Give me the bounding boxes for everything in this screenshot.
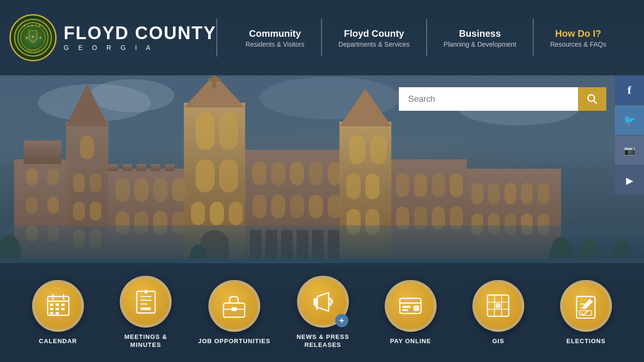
svg-rect-37 (212, 74, 216, 89)
search-input[interactable] (399, 87, 578, 111)
svg-rect-22 (116, 178, 130, 202)
pay-label: PAY ONLINE (390, 337, 431, 346)
svg-rect-32 (137, 164, 146, 171)
svg-rect-7 (47, 169, 59, 185)
svg-rect-56 (290, 162, 304, 185)
svg-line-109 (594, 100, 596, 103)
news-label: NEWS & PRESSRELEASES (297, 333, 349, 349)
svg-rect-115 (56, 304, 59, 306)
gis-icon-circle (472, 280, 524, 332)
svg-rect-34 (165, 164, 174, 171)
jobs-label: JOB OPPORTUNITIES (198, 337, 271, 346)
svg-rect-74 (414, 173, 427, 197)
svg-rect-84 (504, 183, 516, 204)
news-link[interactable]: + NEWS & PRESSRELEASES (288, 276, 358, 349)
svg-rect-60 (271, 195, 285, 218)
svg-rect-39 (196, 112, 215, 150)
elections-link[interactable]: ELECTIONS (551, 280, 621, 346)
nav-howdoi-sub: Resources & FAQs (550, 41, 606, 48)
nav-item-community[interactable]: Community Residents & Visitors (229, 28, 321, 48)
svg-rect-75 (432, 173, 445, 197)
calendar-label: CALENDAR (39, 337, 77, 346)
calendar-link[interactable]: CALENDAR (23, 280, 93, 346)
svg-rect-6 (26, 169, 38, 185)
plus-badge: + (335, 314, 348, 327)
search-icon (587, 94, 597, 104)
svg-rect-45 (229, 202, 243, 225)
facebook-button[interactable]: f (615, 75, 644, 105)
pay-link[interactable]: PAY ONLINE (375, 280, 446, 346)
meetings-link[interactable]: MEETINGS &MINUTES (110, 276, 181, 349)
svg-rect-9 (47, 197, 59, 214)
svg-rect-59 (252, 195, 266, 218)
twitter-icon: 🐦 (624, 115, 636, 126)
svg-rect-31 (123, 164, 132, 171)
nav-floyd-title: Floyd County (339, 28, 410, 39)
svg-rect-136 (413, 305, 419, 311)
svg-text:FLOYD: FLOYD (24, 24, 42, 27)
svg-rect-15 (73, 173, 85, 192)
svg-rect-54 (252, 162, 266, 185)
gis-icon (485, 293, 511, 319)
svg-text:★: ★ (25, 36, 29, 40)
nav-item-floyd[interactable]: Floyd County Departments & Services (322, 28, 426, 48)
svg-rect-69 (365, 173, 380, 199)
nav-item-business[interactable]: Business Planning & Development (427, 28, 533, 48)
news-icon (310, 289, 336, 315)
logo-area: FLOYD COUNTY ⚜ ★ ★ FLOYD COUNTY G E O R … (9, 14, 216, 61)
svg-rect-85 (521, 183, 533, 204)
social-sidebar: f 🐦 📷 ▶ (615, 75, 644, 195)
svg-rect-43 (191, 202, 205, 225)
pay-icon-circle (385, 280, 437, 332)
site-header: FLOYD COUNTY ⚜ ★ ★ FLOYD COUNTY G E O R … (0, 0, 644, 75)
search-button[interactable] (578, 87, 606, 111)
main-nav: Community Residents & Visitors Floyd Cou… (217, 0, 635, 75)
svg-rect-127 (145, 290, 147, 294)
twitter-button[interactable]: 🐦 (615, 106, 644, 135)
svg-rect-120 (50, 312, 53, 314)
meetings-icon (133, 289, 159, 315)
svg-rect-57 (309, 162, 323, 185)
svg-rect-14 (80, 136, 94, 159)
nav-business-sub: Planning & Development (444, 41, 516, 48)
county-text: FLOYD COUNTY G E O R G I A (64, 24, 216, 51)
svg-rect-61 (290, 195, 304, 218)
nav-community-sub: Residents & Visitors (246, 41, 305, 48)
svg-rect-130 (231, 307, 237, 311)
svg-rect-67 (370, 136, 387, 164)
county-subtitle: G E O R G I A (64, 44, 216, 51)
svg-rect-66 (349, 136, 365, 164)
svg-rect-135 (402, 309, 408, 311)
svg-rect-40 (219, 112, 238, 150)
svg-rect-42 (219, 159, 238, 192)
svg-text:★: ★ (39, 36, 42, 40)
gis-label: GIS (492, 337, 504, 346)
svg-rect-114 (50, 304, 53, 306)
jobs-link[interactable]: JOB OPPORTUNITIES (198, 280, 271, 346)
svg-text:⚜: ⚜ (31, 35, 35, 39)
jobs-icon-circle (208, 280, 260, 332)
svg-rect-119 (61, 308, 65, 310)
county-seal[interactable]: FLOYD COUNTY ⚜ ★ ★ (9, 14, 57, 61)
calendar-icon-circle (32, 280, 84, 332)
meetings-icon-circle (120, 276, 172, 328)
youtube-button[interactable]: ▶ (615, 166, 644, 195)
instagram-icon: 📷 (624, 145, 636, 156)
svg-rect-83 (488, 183, 500, 204)
svg-rect-44 (210, 202, 224, 225)
svg-rect-121 (56, 312, 59, 314)
svg-rect-82 (471, 183, 483, 204)
elections-label: ELECTIONS (566, 337, 605, 346)
facebook-icon: f (627, 84, 631, 97)
gis-link[interactable]: GIS (463, 280, 534, 346)
svg-rect-76 (450, 173, 463, 197)
nav-item-howdoi[interactable]: How Do I? Resources & FAQs (534, 28, 623, 48)
quick-links-bar: CALENDAR MEETINGS &MINUTES (0, 263, 644, 362)
svg-rect-134 (402, 306, 411, 308)
svg-rect-117 (50, 308, 53, 310)
svg-rect-73 (396, 173, 409, 197)
elections-icon-circle (560, 280, 612, 332)
meetings-label: MEETINGS &MINUTES (124, 333, 167, 349)
svg-rect-126 (140, 307, 151, 310)
instagram-button[interactable]: 📷 (615, 136, 644, 165)
